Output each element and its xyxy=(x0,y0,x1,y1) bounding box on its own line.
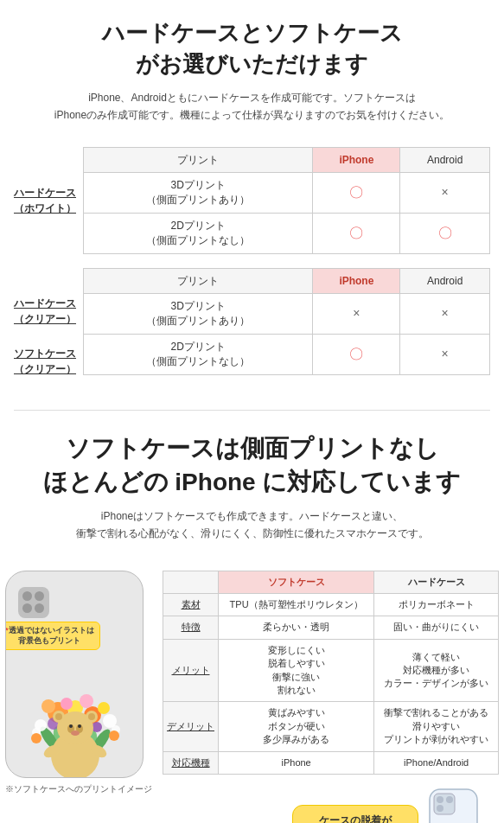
table2-row1-android: × xyxy=(400,294,490,335)
table2-row2-android: × xyxy=(400,334,490,374)
section2-header: ソフトケースは側面プリントなしほとんどの iPhone に対応しています iPh… xyxy=(0,411,504,571)
compare-hard-demerit: 衝撃で割れることがある滑りやすいプリントが剥がれやすい xyxy=(374,702,499,751)
compare-soft-demerit: 黄ばみやすいボタンが硬い多少厚みがある xyxy=(219,702,374,751)
compare-soft-model: iPhone xyxy=(219,751,374,774)
table1-row1-iphone: 〇 xyxy=(313,173,400,214)
svg-point-36 xyxy=(437,805,443,812)
compare-table: ソフトケース ハードケース 素材 TPU（熱可塑性ポリウレタン） ポリカーボネー… xyxy=(163,571,499,775)
table1-section: ハードケース （ホワイト） プリント iPhone Android 3Dプリント… xyxy=(0,147,504,410)
table1: プリント iPhone Android 3Dプリント（側面プリントあり） 〇 ×… xyxy=(83,147,490,254)
svg-point-25 xyxy=(69,724,73,728)
svg-point-21 xyxy=(55,713,62,720)
table2-row1-iphone: × xyxy=(313,294,400,335)
table1-row1-print: 3Dプリント（側面プリントあり） xyxy=(84,173,313,214)
table2-col-iphone: iPhone xyxy=(313,268,400,294)
compare-row-feature: 特徴 柔らかい・透明 固い・曲がりにくい xyxy=(163,616,499,639)
svg-point-30 xyxy=(31,733,41,743)
section2-title: ソフトケースは側面プリントなしほとんどの iPhone に対応しています xyxy=(14,431,490,499)
table2-label: ハードケース （クリアー） ソフトケース （クリアー） xyxy=(14,268,83,380)
table2-label-soft1: ソフトケース xyxy=(14,346,80,361)
section1-title: ハードケースとソフトケースがお選びいただけます xyxy=(17,17,487,80)
section1-desc: iPhone、Androidともにハードケースを作成可能です。ソフトケースはiP… xyxy=(17,89,487,124)
svg-point-22 xyxy=(88,713,95,720)
table1-label-line1: ハードケース xyxy=(14,185,80,201)
svg-rect-33 xyxy=(434,794,455,814)
table2: プリント iPhone Android 3Dプリント（側面プリントあり） × ×… xyxy=(83,268,490,375)
compare-hard-feature: 固い・曲がりにくい xyxy=(374,616,499,639)
table1-row1-android: × xyxy=(400,173,490,214)
svg-point-12 xyxy=(98,702,110,714)
compare-hard-merit: 薄くて軽い対応機種が多いカラー・デザインが多い xyxy=(374,639,499,702)
compare-hard-material: ポリカーボネート xyxy=(374,594,499,616)
compare-row-material: 素材 TPU（熱可塑性ポリウレタン） ポリカーボネート xyxy=(163,594,499,616)
callout-area: ケースの脱着が苦手な方におすすめ。 xyxy=(163,785,499,823)
compare-label-merit: メリット xyxy=(163,639,219,702)
table1-label-line2: （ホワイト） xyxy=(14,201,80,216)
table2-row2-iphone: 〇 xyxy=(313,334,400,374)
camera-lens-1 xyxy=(22,591,32,601)
table2-col-android: Android xyxy=(400,268,490,294)
compare-hard-model: iPhone/Android xyxy=(374,751,499,774)
compare-soft-merit: 変形しにくい脱着しやすい衝撃に強い割れない xyxy=(219,639,374,702)
compare-label-demerit: デメリット xyxy=(163,702,219,751)
section2-content: *透過ではないイラストは背景色もプリント ※ソフトケースへのプリントイメージ ソ… xyxy=(0,571,504,823)
clearcase-svg xyxy=(425,785,499,823)
compare-table-wrap: ソフトケース ハードケース 素材 TPU（熱可塑性ポリウレタン） ポリカーボネー… xyxy=(163,571,499,823)
svg-point-34 xyxy=(437,796,443,803)
phone-caption: ※ソフトケースへのプリントイメージ xyxy=(5,783,152,795)
compare-label-feature: 特徴 xyxy=(163,616,219,639)
compare-row-demerit: デメリット 黄ばみやすいボタンが硬い多少厚みがある 衝撃で割れることがある滑りや… xyxy=(163,702,499,751)
table1-row2-print: 2Dプリント（側面プリントなし） xyxy=(84,213,313,253)
section2-desc: iPhoneはソフトケースでも作成できます。ハードケースと違い、衝撃で割れる心配… xyxy=(14,507,490,543)
table2-label-hard1: ハードケース xyxy=(14,296,80,311)
table2-label-soft2: （クリアー） xyxy=(14,361,80,377)
svg-point-31 xyxy=(109,730,119,741)
compare-label-model: 対応機種 xyxy=(163,751,219,774)
table2-label-hard2: （クリアー） xyxy=(14,311,80,327)
table-row: 3Dプリント（側面プリントあり） 〇 × xyxy=(84,173,490,214)
table-row: 2Dプリント（側面プリントなし） 〇 × xyxy=(84,334,490,374)
compare-soft-feature: 柔らかい・透明 xyxy=(219,616,374,639)
camera-lens-2 xyxy=(35,591,44,601)
table1-col-print: プリント xyxy=(84,147,313,173)
callout-bubble: ケースの脱着が苦手な方におすすめ。 xyxy=(292,805,418,823)
compare-row-merit: メリット 変形しにくい脱着しやすい衝撃に強い割れない 薄くて軽い対応機種が多いカ… xyxy=(163,639,499,702)
compare-soft-material: TPU（熱可塑性ポリウレタン） xyxy=(219,594,374,616)
compare-col-soft: ソフトケース xyxy=(219,571,374,593)
section1-header: ハードケースとソフトケースがお選びいただけます iPhone、Androidとも… xyxy=(0,0,504,147)
table-row: 3Dプリント（側面プリントあり） × × xyxy=(84,294,490,335)
table2-right: プリント iPhone Android 3Dプリント（側面プリントあり） × ×… xyxy=(83,268,490,380)
compare-row-model: 対応機種 iPhone iPhone/Android xyxy=(163,751,499,774)
svg-point-26 xyxy=(78,724,81,728)
table2-row1-print: 3Dプリント（側面プリントあり） xyxy=(84,294,313,335)
table2-row2-print: 2Dプリント（側面プリントなし） xyxy=(84,334,313,374)
compare-col-hard: ハードケース xyxy=(374,571,499,593)
table2-block: ハードケース （クリアー） ソフトケース （クリアー） プリント iPhone … xyxy=(14,268,490,380)
table2-col-print: プリント xyxy=(84,268,313,294)
svg-point-35 xyxy=(446,796,453,803)
sticker-label: *透過ではないイラストは背景色もプリント xyxy=(5,622,100,650)
table1-col-android: Android xyxy=(400,147,490,173)
table1-row2-android: 〇 xyxy=(400,213,490,253)
table-row: 2Dプリント（側面プリントなし） 〇 〇 xyxy=(84,213,490,253)
compare-col-empty xyxy=(163,571,219,593)
table1-block: ハードケース （ホワイト） プリント iPhone Android 3Dプリント… xyxy=(14,147,490,254)
table1-col-iphone: iPhone xyxy=(313,147,400,173)
phone-container: *透過ではないイラストは背景色もプリント ※ソフトケースへのプリントイメージ xyxy=(5,571,152,795)
table1-label: ハードケース （ホワイト） xyxy=(14,147,83,254)
phone-illustration: *透過ではないイラストは背景色もプリント xyxy=(5,571,144,778)
table1-right: プリント iPhone Android 3Dプリント（側面プリントあり） 〇 ×… xyxy=(83,147,490,254)
svg-point-9 xyxy=(41,699,55,713)
svg-point-16 xyxy=(80,694,93,708)
svg-point-15 xyxy=(61,698,73,710)
table1-row2-iphone: 〇 xyxy=(313,213,400,253)
compare-label-material: 素材 xyxy=(163,594,219,616)
svg-point-27 xyxy=(71,730,80,736)
